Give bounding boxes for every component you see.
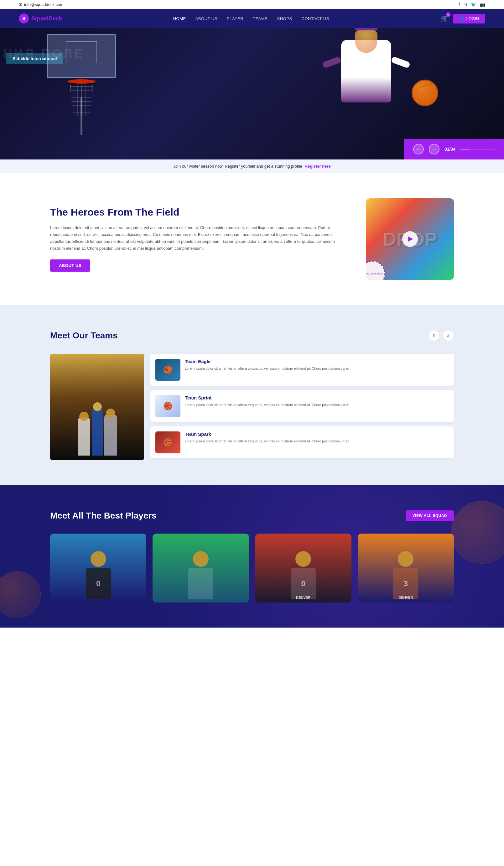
player-3-jersey: DENVER (296, 596, 311, 599)
register-banner: Join our winter season now. Register you… (0, 159, 504, 173)
logo[interactable]: S SquadDeck (19, 13, 62, 23)
heroes-body: Lorem ipsum dolor sit amet, vis an alter… (50, 224, 341, 252)
heroes-section: The Heroes From The Field Lorem ipsum do… (0, 173, 504, 305)
player-1-visual: 0 (50, 534, 146, 602)
cart-icon[interactable]: 🛒 0 (440, 15, 448, 22)
players-header: Meet All The Best Players VIEW ALL SQUAD (50, 510, 454, 521)
register-link[interactable]: Register here (305, 164, 331, 169)
players-grid: 0 0 DENVER (50, 534, 454, 602)
team-eagle-name: Team Eagle (185, 359, 349, 364)
teams-next-button[interactable]: ⇩ (443, 330, 454, 341)
nav-contact[interactable]: CONTACT US (302, 16, 329, 21)
about-button[interactable]: ABOUT US (50, 259, 90, 271)
team-sprint-desc: Lorem ipsum dolor sit amet, vis an alter… (185, 402, 349, 408)
heroes-video: DROP SQUAD MASTERS (366, 198, 454, 280)
hoop-visual (37, 34, 125, 134)
player-card-4: 3 DENVER (358, 534, 454, 602)
player-3-visual: 0 (255, 534, 351, 602)
player-card-2 (153, 534, 249, 602)
hero-basketball (412, 80, 438, 106)
team-sprint-info: Team Sprint Lorem ipsum dolor sit amet, … (185, 395, 349, 408)
deco-ball-1 (451, 501, 504, 564)
view-all-button[interactable]: VIEW ALL SQUAD (406, 510, 454, 521)
teams-main-image (50, 354, 144, 460)
linkedin-link[interactable]: in (463, 2, 467, 7)
nav-home[interactable]: HOME (173, 16, 186, 22)
teams-main-image-inner (50, 354, 144, 460)
nav-shops[interactable]: SHOPS (277, 16, 292, 21)
instagram-link[interactable]: 📷 (480, 2, 485, 7)
player-4-visual: 3 (358, 534, 454, 602)
twitter-link[interactable]: 🐦 (471, 2, 476, 7)
players-section: Meet All The Best Players VIEW ALL SQUAD… (0, 485, 504, 628)
nav-teams[interactable]: TEAMS (253, 16, 268, 21)
social-links: f in 🐦 📷 (459, 2, 485, 7)
login-button[interactable]: 👤 LOGIN (453, 14, 485, 23)
top-bar-email: ✉ info@squaddeck.com (19, 2, 63, 7)
team-card-sprint: 🏀 Team Sprint Lorem ipsum dolor sit amet… (150, 390, 454, 422)
team-eagle-info: Team Eagle Lorem ipsum dolor sit amet, v… (185, 359, 349, 371)
logo-text: SquadDeck (31, 15, 62, 22)
nav-player[interactable]: PLAYER (227, 16, 243, 21)
cart-badge: 0 (446, 12, 451, 17)
player-card-1: 0 (50, 534, 146, 602)
slide-indicator: 01/04 (445, 147, 456, 152)
teams-title: Meet Our Teams (50, 331, 118, 341)
team-sprint-name: Team Sprint (185, 395, 349, 400)
user-icon: 👤 (460, 16, 464, 21)
player-2-visual (153, 534, 249, 602)
team-spark-info: Team Spark Lorem ipsum dolor sit amet, v… (185, 431, 349, 444)
heroes-title: The Heroes From The Field (50, 207, 341, 218)
slide-next-button[interactable]: → (429, 144, 439, 154)
nav-about[interactable]: ABOUT US (195, 16, 217, 21)
team-sprint-image: 🏀 (155, 395, 180, 417)
facebook-link[interactable]: f (459, 2, 460, 7)
logo-icon: S (19, 13, 29, 23)
team-spark-desc: Lorem ipsum dolor sit amet, vis an alter… (185, 438, 349, 444)
hero-section: Schelde International НИЯ ПОЛЕ (0, 28, 504, 159)
team-spark-name: Team Spark (185, 431, 349, 437)
slide-controls: ← → 01/04 (404, 139, 504, 159)
teams-list: 🏀 Team Eagle Lorem ipsum dolor sit amet,… (150, 354, 454, 460)
player-card-3: 0 DENVER (255, 534, 351, 602)
players-title: Meet All The Best Players (50, 511, 157, 521)
teams-section: Meet Our Teams ⇧ ⇩ (0, 305, 504, 485)
team-card-spark: 🏀 Team Spark Lorem ipsum dolor sit amet,… (150, 426, 454, 458)
team-card-eagle: 🏀 Team Eagle Lorem ipsum dolor sit amet,… (150, 354, 454, 386)
slide-progress (460, 149, 495, 149)
navbar-right: 🛒 0 👤 LOGIN (440, 14, 485, 23)
slide-prev-button[interactable]: ← (413, 144, 424, 154)
team-eagle-desc: Lorem ipsum dolor sit amet, vis an alter… (185, 366, 349, 371)
team-spark-image: 🏀 (155, 431, 180, 453)
navbar: S SquadDeck HOME ABOUT US PLAYER TEAMS S… (0, 9, 504, 28)
hero-player (328, 28, 404, 141)
deco-ball-2 (0, 571, 41, 618)
team-eagle-image: 🏀 (155, 359, 180, 381)
email-icon: ✉ (19, 2, 22, 7)
heroes-content: The Heroes From The Field Lorem ipsum do… (50, 207, 341, 271)
teams-nav: ⇧ ⇩ (428, 330, 454, 341)
nav-links: HOME ABOUT US PLAYER TEAMS SHOPS CONTACT… (173, 16, 329, 21)
teams-grid: 🏀 Team Eagle Lorem ipsum dolor sit amet,… (50, 354, 454, 460)
teams-prev-button[interactable]: ⇧ (428, 330, 439, 341)
player-4-jersey: DENVER (399, 596, 413, 599)
play-button[interactable] (402, 231, 418, 247)
top-bar: ✉ info@squaddeck.com f in 🐦 📷 (0, 0, 504, 9)
teams-header: Meet Our Teams ⇧ ⇩ (50, 330, 454, 341)
